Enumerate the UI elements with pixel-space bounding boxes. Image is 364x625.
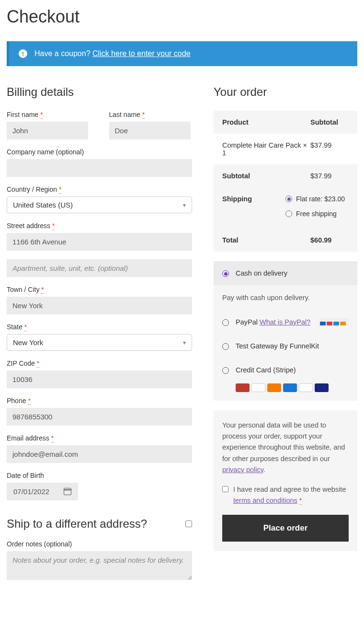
radio-icon [222, 343, 229, 350]
phone-field[interactable] [7, 408, 192, 426]
terms-link[interactable]: terms and conditions [233, 497, 297, 504]
privacy-policy-link[interactable]: privacy policy [222, 466, 263, 474]
zip-label: ZIP Code * [7, 359, 192, 367]
page-title: Checkout [7, 7, 357, 27]
billing-heading: Billing details [7, 85, 192, 99]
paypal-help-link[interactable]: What is PayPal? [260, 318, 310, 326]
discover-icon [267, 383, 281, 392]
terms-checkbox[interactable] [222, 486, 228, 492]
state-label: State * [7, 323, 192, 331]
payment-cod-label: Cash on delivery [236, 269, 287, 277]
phone-label: Phone * [7, 397, 192, 405]
shipping-option-free[interactable]: Free shipping [285, 210, 349, 218]
payment-paypal[interactable]: PayPal What is PayPal? [214, 310, 357, 334]
country-label: Country / Region * [7, 185, 192, 193]
first-name-label: First name * [7, 111, 90, 118]
payment-funnelkit-label: Test Gateway By FunnelKit [236, 342, 319, 350]
unionpay-icon [236, 383, 250, 392]
terms-text: I have read and agree to the website ter… [233, 484, 349, 506]
company-label: Company name (optional) [7, 148, 192, 156]
visa-icon [315, 383, 329, 392]
product-price: $37.99 [310, 141, 349, 157]
shipping-flat-label: Flat rate: $23.00 [296, 195, 345, 203]
payment-stripe[interactable]: Credit Card (Stripe) [214, 358, 357, 401]
order-summary: Product Subtotal Complete Hair Care Pack… [214, 111, 357, 252]
email-label: Email address * [7, 434, 192, 442]
payment-stripe-label: Credit Card (Stripe) [236, 366, 296, 374]
payment-paypal-label: PayPal What is PayPal? [236, 318, 310, 326]
card-icons [236, 383, 349, 392]
country-select[interactable]: United States (US) [7, 197, 192, 213]
company-field[interactable] [7, 159, 192, 177]
subtotal-value: $37.99 [310, 172, 349, 180]
email-field[interactable] [7, 445, 192, 463]
street2-field[interactable] [7, 259, 192, 277]
dob-field[interactable]: 07/01/2022 [7, 483, 78, 500]
amex-icon [283, 383, 297, 392]
paypal-logo [320, 318, 349, 326]
state-select[interactable]: New York [7, 334, 192, 351]
coupon-banner: ! Have a coupon? Click here to enter you… [7, 41, 357, 66]
ship-heading: Ship to a different address? [7, 517, 147, 531]
city-label: Town / City * [7, 286, 192, 293]
total-value: $60.99 [310, 236, 349, 244]
shipping-label: Shipping [222, 195, 285, 221]
subtotal-label: Subtotal [222, 172, 310, 180]
calendar-icon [64, 488, 71, 495]
first-name-field[interactable] [7, 122, 88, 139]
coupon-prefix: Have a coupon? [34, 49, 92, 58]
radio-icon [222, 319, 229, 326]
privacy-section: Your personal data will be used to proce… [214, 410, 357, 551]
radio-icon [222, 270, 229, 277]
city-field[interactable] [7, 297, 192, 314]
ship-different-checkbox[interactable] [185, 521, 192, 527]
shipping-free-label: Free shipping [296, 210, 337, 218]
street-label: Street address * [7, 222, 192, 230]
mastercard-icon [299, 383, 313, 392]
dob-value: 07/01/2022 [13, 487, 49, 496]
radio-icon [285, 210, 292, 217]
order-notes-field[interactable] [7, 551, 192, 580]
radio-icon [285, 196, 292, 202]
total-label: Total [222, 236, 310, 244]
street-field[interactable] [7, 233, 192, 251]
coupon-text: Have a coupon? Click here to enter your … [34, 49, 191, 58]
product-header: Product [222, 118, 310, 126]
jcb-icon [251, 383, 265, 392]
notes-label: Order notes (optional) [7, 540, 192, 548]
last-name-label: Last name * [109, 111, 193, 118]
order-heading: Your order [214, 85, 357, 99]
info-icon: ! [19, 49, 27, 58]
payment-cod[interactable]: Cash on delivery [214, 261, 357, 285]
last-name-field[interactable] [109, 122, 191, 139]
subtotal-header: Subtotal [310, 118, 349, 126]
payment-funnelkit[interactable]: Test Gateway By FunnelKit [214, 334, 357, 358]
radio-icon [222, 367, 229, 374]
privacy-text: Your personal data will be used to proce… [222, 421, 345, 463]
place-order-button[interactable]: Place order [222, 515, 349, 542]
payment-methods: Cash on delivery Pay with cash upon deli… [214, 261, 357, 401]
coupon-link[interactable]: Click here to enter your code [92, 49, 191, 58]
shipping-option-flat[interactable]: Flat rate: $23.00 [285, 195, 349, 203]
payment-cod-desc: Pay with cash upon delivery. [214, 285, 357, 310]
dob-label: Date of Birth [7, 472, 192, 479]
zip-field[interactable] [7, 370, 192, 388]
product-name: Complete Hair Care Pack × 1 [222, 141, 310, 157]
